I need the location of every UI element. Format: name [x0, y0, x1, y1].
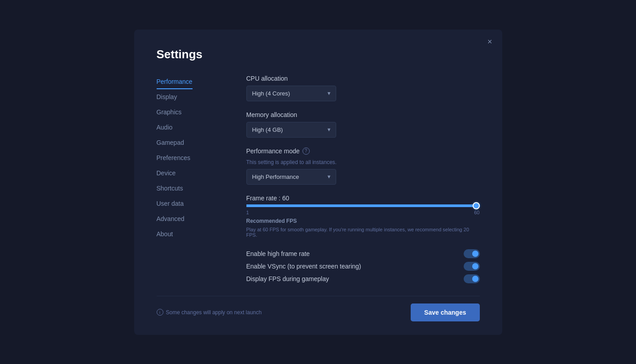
- toggle-slider-display-fps: [464, 274, 480, 283]
- toggle-slider-high-frame-rate: [464, 249, 480, 258]
- performance-mode-label-row: Performance mode ?: [246, 147, 480, 155]
- slider-min-label: 1: [246, 210, 249, 215]
- sidebar-item-preferences[interactable]: Preferences: [157, 151, 190, 165]
- sidebar-item-device[interactable]: Device: [157, 166, 176, 181]
- performance-mode-select[interactable]: Power SavingBalancedHigh Performance: [246, 169, 336, 185]
- close-button[interactable]: ×: [487, 38, 492, 46]
- toggle-switch-vsync[interactable]: [464, 262, 480, 271]
- sidebar-item-audio[interactable]: Audio: [157, 121, 173, 135]
- cpu-allocation-group: CPU allocation Low (1 Core)Medium (2 Cor…: [246, 75, 480, 101]
- cpu-label: CPU allocation: [246, 75, 480, 82]
- settings-sidebar: PerformanceDisplayGraphicsAudioGamepadPr…: [157, 75, 228, 285]
- modal-body: PerformanceDisplayGraphicsAudioGamepadPr…: [157, 75, 480, 285]
- sidebar-item-display[interactable]: Display: [157, 90, 177, 104]
- memory-allocation-group: Memory allocation Low (1 GB)Medium (2 GB…: [246, 111, 480, 138]
- sidebar-item-advanced[interactable]: Advanced: [157, 212, 184, 226]
- toggle-switch-high-frame-rate[interactable]: [464, 249, 480, 258]
- memory-label: Memory allocation: [246, 111, 480, 118]
- footer-info-icon: i: [157, 309, 163, 316]
- cpu-select[interactable]: Low (1 Core)Medium (2 Cores)High (4 Core…: [246, 86, 336, 101]
- sidebar-item-about[interactable]: About: [157, 227, 173, 242]
- footer-note-text: Some changes will apply on next launch: [166, 309, 262, 316]
- save-button[interactable]: Save changes: [411, 303, 479, 321]
- fps-recommended-title: Recommended FPS: [246, 218, 480, 224]
- toggle-label-vsync: Enable VSync (to prevent screen tearing): [246, 263, 361, 270]
- slider-max-label: 60: [474, 210, 479, 215]
- perf-mode-select-wrapper: Power SavingBalancedHigh Performance ▼: [246, 169, 336, 185]
- settings-footer: i Some changes will apply on next launch…: [157, 296, 480, 321]
- frame-rate-slider[interactable]: [246, 204, 480, 207]
- sidebar-item-shortcuts[interactable]: Shortcuts: [157, 182, 183, 196]
- settings-content: CPU allocation Low (1 Core)Medium (2 Cor…: [246, 75, 480, 285]
- performance-mode-sublabel: This setting is applied to all instances…: [246, 159, 480, 165]
- toggle-list: Enable high frame rateEnable VSync (to p…: [246, 247, 480, 285]
- toggle-row-high-frame-rate: Enable high frame rate: [246, 247, 480, 260]
- sidebar-item-user-data[interactable]: User data: [157, 197, 184, 211]
- toggle-label-high-frame-rate: Enable high frame rate: [246, 250, 310, 257]
- frame-rate-group: Frame rate : 60 1 60 Recommended FPS Pla…: [246, 195, 480, 238]
- toggle-row-vsync: Enable VSync (to prevent screen tearing): [246, 260, 480, 273]
- frame-rate-label: Frame rate : 60: [246, 195, 480, 202]
- sidebar-item-performance[interactable]: Performance: [157, 75, 193, 89]
- footer-note: i Some changes will apply on next launch: [157, 309, 262, 316]
- fps-recommended-text: Play at 60 FPS for smooth gameplay. If y…: [246, 227, 480, 238]
- sidebar-item-gamepad[interactable]: Gamepad: [157, 136, 184, 150]
- memory-select[interactable]: Low (1 GB)Medium (2 GB)High (4 GB)Ultra …: [246, 122, 336, 138]
- cpu-select-wrapper: Low (1 Core)Medium (2 Cores)High (4 Core…: [246, 86, 336, 101]
- settings-modal: × Settings PerformanceDisplayGraphicsAud…: [134, 30, 502, 335]
- performance-mode-help-icon[interactable]: ?: [303, 147, 310, 155]
- performance-mode-label: Performance mode: [246, 147, 300, 155]
- sidebar-item-graphics[interactable]: Graphics: [157, 105, 182, 120]
- performance-mode-group: Performance mode ? This setting is appli…: [246, 147, 480, 185]
- modal-title: Settings: [157, 48, 480, 61]
- slider-minmax: 1 60: [246, 210, 480, 215]
- toggle-label-display-fps: Display FPS during gameplay: [246, 275, 329, 282]
- toggle-switch-display-fps[interactable]: [464, 274, 480, 283]
- memory-select-wrapper: Low (1 GB)Medium (2 GB)High (4 GB)Ultra …: [246, 122, 336, 138]
- toggle-slider-vsync: [464, 262, 480, 271]
- toggle-row-display-fps: Display FPS during gameplay: [246, 273, 480, 285]
